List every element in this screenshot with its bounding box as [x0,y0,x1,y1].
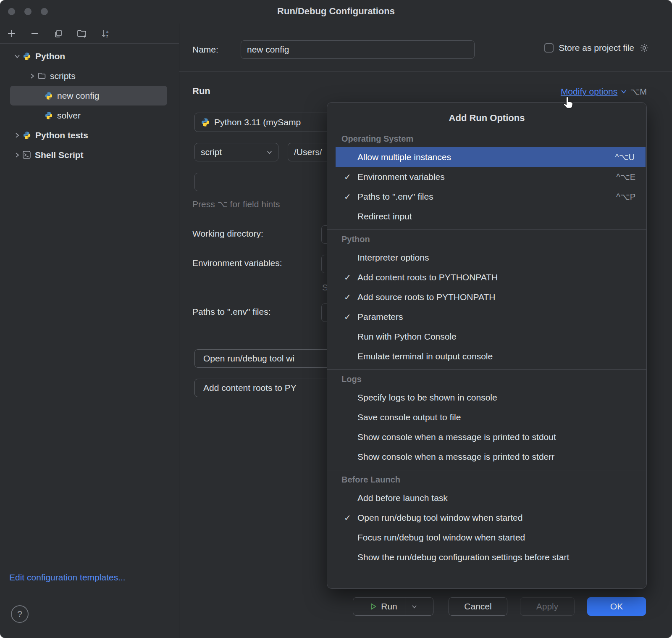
menu-item-allow-multiple-instances[interactable]: Allow multiple instances ^⌥U [336,147,646,167]
window-title: Run/Debug Configurations [0,6,672,17]
menu-divider [327,369,646,370]
menu-divider [327,470,646,470]
menu-item-emulate-terminal[interactable]: Emulate terminal in output console [327,346,646,366]
menu-item-parameters[interactable]: ✓ Parameters [327,307,646,327]
python-icon [201,118,210,127]
tree-item-label: Python [35,51,65,61]
menu-item-focus-tool-window-when-started[interactable]: Focus run/debug tool window when started [327,527,646,547]
name-label: Name: [192,45,218,55]
env-files-label: Paths to ".env" files: [192,307,271,317]
help-button[interactable]: ? [11,605,29,623]
copy-configuration-button[interactable] [53,28,64,39]
run-section-title: Run [192,86,210,97]
chevron-down-icon [621,89,627,95]
chevron-down-icon[interactable] [12,53,23,59]
sort-configurations-button[interactable]: az [100,28,111,39]
svg-text:a: a [106,29,108,34]
sidebar-toolbar: az [0,24,179,44]
menu-item-shortcut: ^⌥P [616,192,635,202]
titlebar: Run/Debug Configurations [0,0,672,24]
menu-item-label: Save console output to file [357,412,461,422]
tree-item-shell-script[interactable]: Shell Script [0,145,179,165]
run-button-label: Run [381,601,397,612]
tree-item-label: scripts [50,71,76,81]
configurations-sidebar: az Python scripts [0,24,179,638]
tree-item-python-tests[interactable]: Python tests [0,125,179,145]
menu-item-label: Show the run/debug configuration setting… [357,552,569,562]
check-icon: ✓ [344,312,357,322]
section-header-python: Python [327,231,646,248]
store-as-project-file-label: Store as project file [559,43,634,53]
run-button[interactable]: Run [362,598,405,615]
check-icon: ✓ [344,192,357,202]
ok-button[interactable]: OK [587,597,646,616]
section-header-before-launch: Before Launch [327,471,646,488]
add-run-options-popup: Add Run Options Operating System Allow m… [327,102,647,589]
menu-item-add-content-roots[interactable]: ✓ Add content roots to PYTHONPATH [327,267,646,287]
menu-item-label: Redirect input [357,211,412,221]
menu-item-environment-variables[interactable]: ✓ Environment variables ^⌥E [327,167,646,187]
menu-item-label: Add source roots to PYTHONPATH [357,292,495,302]
menu-item-label: Allow multiple instances [357,152,451,162]
section-header-logs: Logs [327,371,646,388]
menu-item-label: Emulate terminal in output console [357,351,493,361]
menu-item-redirect-input[interactable]: Redirect input [327,206,646,226]
menu-item-specify-logs[interactable]: Specify logs to be shown in console [327,388,646,407]
field-hints-text: Press ⌥ for field hints [192,199,280,209]
gear-icon[interactable] [639,43,649,53]
section-divider [179,71,672,72]
chevron-down-icon [412,604,417,609]
python-icon [45,92,53,100]
parameters-input[interactable] [194,173,337,191]
chevron-right-icon[interactable] [12,152,23,158]
python-icon [23,52,31,61]
menu-item-add-before-launch-task[interactable]: Add before launch task [327,488,646,508]
script-type-select[interactable]: script [194,143,278,161]
section-header-operating-system: Operating System [327,130,646,147]
menu-item-run-with-python-console[interactable]: Run with Python Console [327,327,646,346]
menu-item-open-tool-window-when-started[interactable]: ✓ Open run/debug tool window when starte… [327,508,646,527]
menu-item-label: Add before launch task [357,493,448,503]
apply-button[interactable]: Apply [520,597,575,616]
python-icon [23,131,31,140]
tree-item-label: Python tests [35,130,88,140]
store-as-project-file-checkbox[interactable] [544,43,554,53]
interpreter-value: Python 3.11 (mySamp [214,117,301,127]
menu-item-label: Add content roots to PYTHONPATH [357,272,498,282]
check-icon: ✓ [344,513,357,523]
menu-item-label: Open run/debug tool window when started [357,513,522,523]
chevron-right-icon[interactable] [27,73,38,79]
tree-item-label: solver [57,111,81,121]
menu-item-add-source-roots[interactable]: ✓ Add source roots to PYTHONPATH [327,287,646,307]
cancel-button[interactable]: Cancel [449,597,507,616]
edit-configuration-templates-link[interactable]: Edit configuration templates... [9,572,126,583]
menu-item-interpreter-options[interactable]: Interpreter options [327,248,646,267]
name-input[interactable] [241,40,475,59]
add-configuration-button[interactable] [6,28,17,39]
menu-item-save-console-output[interactable]: Save console output to file [327,407,646,427]
menu-item-label: Specify logs to be shown in console [357,393,497,403]
run-split-button: Run [353,597,433,616]
tree-item-solver[interactable]: solver [0,105,179,125]
modify-options-shortcut: ⌥M [630,87,647,97]
modify-options-link[interactable]: Modify options [561,87,617,97]
menu-item-env-files[interactable]: ✓ Paths to ".env" files ^⌥P [327,187,646,206]
tree-item-new-config-selected[interactable]: new config [10,86,167,105]
new-folder-button[interactable] [76,28,87,39]
menu-item-label: Paths to ".env" files [357,192,433,202]
tree-item-scripts[interactable]: scripts [0,66,179,86]
remove-configuration-button[interactable] [29,28,40,39]
menu-item-label: Show console when a message is printed t… [357,432,556,442]
chevron-right-icon[interactable] [12,132,23,138]
run-options-dropdown[interactable] [405,598,424,615]
script-type-value: script [201,147,222,157]
python-icon [45,111,53,120]
tree-item-python[interactable]: Python [0,46,179,66]
chevron-down-icon [267,150,272,155]
folder-icon [38,72,46,79]
menu-item-label: Parameters [357,312,403,322]
menu-item-show-console-stderr[interactable]: Show console when a message is printed t… [327,447,646,467]
menu-item-show-console-stdout[interactable]: Show console when a message is printed t… [327,427,646,447]
menu-item-show-settings-before-start[interactable]: Show the run/debug configuration setting… [327,547,646,567]
check-icon: ✓ [344,172,357,182]
